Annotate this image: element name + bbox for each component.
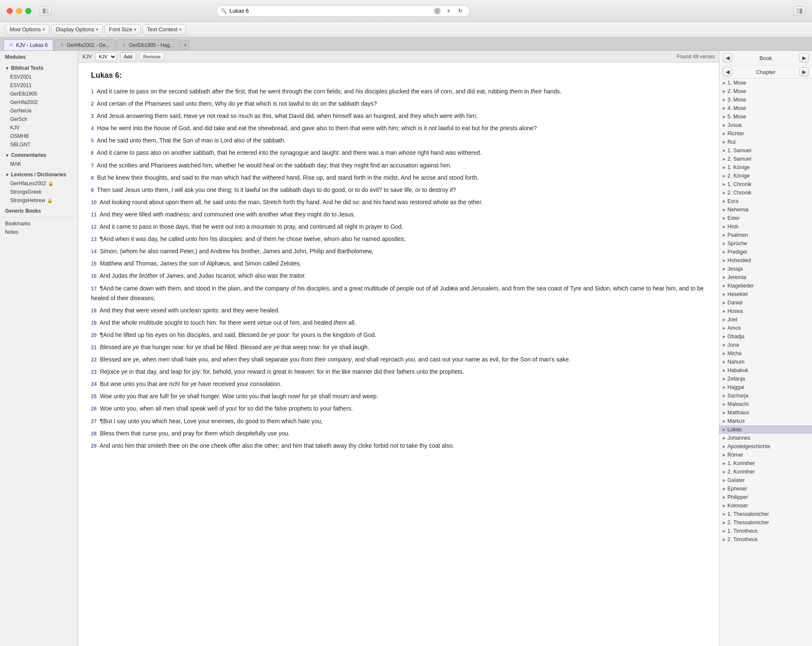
add-parallel-button[interactable]: Add (120, 52, 136, 61)
book-item-2[interactable]: ▶3. Mose (719, 96, 812, 104)
book-item-10[interactable]: ▶1. Könige (719, 163, 812, 172)
book-item-50[interactable]: ▶Kolosser (719, 501, 812, 510)
verse-num-2[interactable]: 2 (91, 101, 94, 107)
verse-num-1[interactable]: 1 (91, 89, 94, 95)
book-item-18[interactable]: ▶Psalmen (719, 231, 812, 239)
modules-header[interactable]: Modules (0, 51, 78, 62)
commentaries-header[interactable]: ▼Commentaries (0, 149, 78, 160)
book-item-9[interactable]: ▶2. Samuel (719, 155, 812, 163)
book-item-19[interactable]: ▶Sprüche (719, 239, 812, 248)
sidebar-item-gerhfalex2002[interactable]: GerHfaLex2002 🔒 (0, 179, 78, 188)
book-item-39[interactable]: ▶Matthäus (719, 408, 812, 417)
verse-num-3[interactable]: 3 (91, 113, 94, 119)
sidebar-item-gerhfa2002[interactable]: GerHfa2002 (0, 98, 78, 107)
tab-kjv-lukas6[interactable]: ✕ KJV - Lukas 6 (3, 39, 53, 50)
verse-num-7[interactable]: 7 (91, 163, 94, 169)
book-item-6[interactable]: ▶Richter (719, 129, 812, 138)
book-item-7[interactable]: ▶Rut (719, 138, 812, 146)
book-item-29[interactable]: ▶Amos (719, 324, 812, 332)
book-item-40[interactable]: ▶Markus (719, 417, 812, 425)
book-item-13[interactable]: ▶2. Chronik (719, 189, 812, 197)
version-select[interactable]: KJV (95, 52, 117, 61)
maximize-button[interactable] (25, 8, 31, 14)
verse-num-21[interactable]: 21 (91, 345, 96, 350)
verse-num-5[interactable]: 5 (91, 138, 94, 144)
book-item-54[interactable]: ▶2. Timotheus (719, 535, 812, 544)
search-clear-button[interactable]: ✕ (434, 8, 441, 14)
verse-num-13[interactable]: 13 (91, 236, 96, 242)
book-item-43[interactable]: ▶Apostelgeschichte (719, 442, 812, 451)
book-item-21[interactable]: ▶Hoheslied (719, 256, 812, 265)
verse-num-27[interactable]: 27 (91, 419, 96, 424)
book-item-32[interactable]: ▶Micha (719, 349, 812, 358)
text-context-button[interactable]: Text Context ▾ (143, 24, 186, 35)
sidebar-toggle-button[interactable] (40, 6, 52, 16)
book-item-8[interactable]: ▶1. Samuel (719, 146, 812, 155)
display-options-button[interactable]: Display Options ▾ (51, 24, 103, 35)
book-item-47[interactable]: ▶Galater (719, 476, 812, 484)
generic-books-header[interactable]: Generic Books (0, 205, 78, 216)
sidebar-item-esv2001[interactable]: ESV2001 (0, 73, 78, 81)
book-item-34[interactable]: ▶Habakuk (719, 366, 812, 375)
book-item-20[interactable]: ▶Prediger (719, 248, 812, 256)
search-refresh-button[interactable]: ↻ (456, 7, 465, 15)
sidebar-item-strongsgreek[interactable]: StrongsGreek (0, 188, 78, 196)
book-item-31[interactable]: ▶Jona (719, 341, 812, 349)
book-item-22[interactable]: ▶Jesaja (719, 265, 812, 273)
tab-gerelb1905[interactable]: ✕ GerElb1905 - Hag... (116, 39, 180, 50)
search-input[interactable]: Lukas 6 (230, 8, 431, 14)
book-item-24[interactable]: ▶Klagelieder (719, 282, 812, 290)
book-item-41[interactable]: ▶Lukas (719, 425, 812, 434)
book-item-11[interactable]: ▶2. Könige (719, 172, 812, 180)
book-item-33[interactable]: ▶Nahum (719, 358, 812, 366)
sidebar-item-gersch[interactable]: GerSch (0, 115, 78, 123)
sidebar-item-gerneue[interactable]: GerNeUe (0, 107, 78, 115)
book-item-48[interactable]: ▶Epheser (719, 484, 812, 493)
chapter-prev-button[interactable]: ◀ (723, 67, 732, 77)
book-item-42[interactable]: ▶Johannes (719, 434, 812, 442)
book-prev-button[interactable]: ◀ (723, 53, 732, 63)
sidebar-notes[interactable]: Notes (0, 228, 78, 236)
book-next-button[interactable]: ▶ (799, 53, 809, 63)
book-item-23[interactable]: ▶Jeremia (719, 273, 812, 282)
sidebar-item-gerelb1905[interactable]: GerElb1905 (0, 90, 78, 98)
sidebar-item-strongshebrew[interactable]: StrongsHebrew 🔒 (0, 196, 78, 205)
book-item-38[interactable]: ▶Maleachi (719, 400, 812, 408)
book-item-28[interactable]: ▶Joel (719, 315, 812, 324)
close-button[interactable] (7, 8, 13, 14)
sidebar-item-osmhb[interactable]: OSMHB (0, 132, 78, 140)
verse-num-19[interactable]: 19 (91, 320, 96, 326)
verse-num-11[interactable]: 11 (91, 212, 96, 218)
book-item-35[interactable]: ▶Zefanja (719, 375, 812, 383)
tab-close-1[interactable]: ✕ (9, 42, 14, 48)
book-item-45[interactable]: ▶1. Korinther (719, 459, 812, 468)
book-item-16[interactable]: ▶Ester (719, 214, 812, 222)
book-item-15[interactable]: ▶Nehemia (719, 205, 812, 214)
book-item-51[interactable]: ▶1. Thessalonicher (719, 510, 812, 518)
verse-num-22[interactable]: 22 (91, 357, 96, 363)
sidebar-item-mak[interactable]: MAK (0, 160, 78, 168)
book-item-27[interactable]: ▶Hosea (719, 307, 812, 315)
book-item-30[interactable]: ▶Obadja (719, 332, 812, 341)
sidebar-item-sblgnt[interactable]: SBLGNT (0, 140, 78, 149)
verse-num-15[interactable]: 15 (91, 261, 96, 267)
verse-num-16[interactable]: 16 (91, 273, 96, 279)
chapter-next-button[interactable]: ▶ (799, 67, 809, 77)
verse-num-8[interactable]: 8 (91, 175, 94, 181)
book-item-26[interactable]: ▶Daniel (719, 298, 812, 307)
remove-parallel-button[interactable]: Remove (140, 52, 165, 61)
book-item-14[interactable]: ▶Esra (719, 197, 812, 205)
lexicons-header[interactable]: ▼Lexicons / Dictionaries (0, 168, 78, 179)
verse-num-10[interactable]: 10 (91, 200, 96, 205)
book-item-36[interactable]: ▶Haggai (719, 383, 812, 391)
verse-num-24[interactable]: 24 (91, 381, 96, 387)
book-item-17[interactable]: ▶Hiob (719, 222, 812, 231)
book-item-0[interactable]: ▶1. Mose (719, 79, 812, 87)
book-item-4[interactable]: ▶5. Mose (719, 112, 812, 121)
font-size-button[interactable]: Font Size ▾ (104, 24, 141, 35)
book-item-49[interactable]: ▶Philipper (719, 493, 812, 501)
book-item-53[interactable]: ▶1. Timotheus (719, 527, 812, 535)
book-item-12[interactable]: ▶1. Chronik (719, 180, 812, 189)
tab-close-3[interactable]: ✕ (122, 42, 126, 48)
tab-close-2[interactable]: ✕ (60, 42, 64, 48)
